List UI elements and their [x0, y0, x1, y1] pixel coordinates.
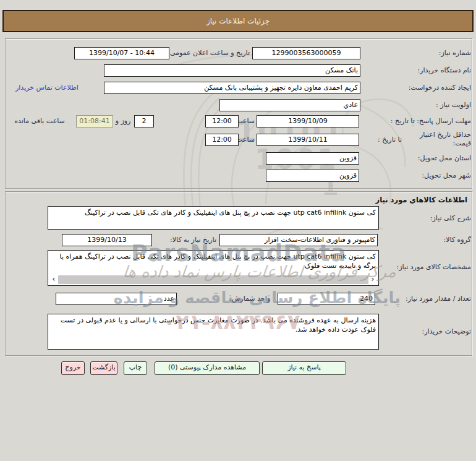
page-title-bar: جزئیات اطلاعات نیاز — [2, 10, 474, 32]
price-validity-time-field[interactable]: 12:00 — [205, 134, 239, 146]
exit-button[interactable]: خروج — [61, 361, 85, 375]
response-deadline-label: مهلت ارسال پاسخ: تا تاریخ : — [391, 117, 471, 125]
goods-group-label: گروه کالا: — [444, 236, 471, 244]
quantity-label: تعداد / مقدار مورد نیاز: — [406, 295, 471, 303]
specs-text: کی ستون utp cat6 infilink جهت نصب در پچ … — [51, 252, 376, 272]
price-validity-date-field[interactable]: 1399/10/11 — [257, 134, 359, 146]
print-button[interactable]: چاپ — [124, 361, 147, 375]
request-creator-field[interactable]: کریم احمدی معاون دایره تجهیز و پشتیبانی … — [104, 82, 360, 94]
specs-textarea[interactable]: کی ستون utp cat6 infilink جهت نصب در پچ … — [48, 250, 379, 286]
need-info-frame — [5, 38, 472, 189]
delivery-province-field[interactable]: قزوین — [266, 152, 359, 165]
need-date-label: تاریخ نیاز به کالا: — [170, 236, 216, 244]
unit-field[interactable]: عدد — [56, 293, 177, 305]
scrollbar-thumb[interactable] — [58, 275, 368, 284]
countdown-timer: 01:08:41 — [76, 115, 113, 127]
buyer-contact-link[interactable]: اطلاعات تماس خریدار — [15, 84, 79, 92]
need-number-label: شماره نیاز: — [439, 49, 471, 57]
price-validity-hour-label: ساعت — [236, 136, 255, 144]
respond-to-need-button[interactable]: پاسخ به نیاز — [262, 361, 346, 375]
goods-section-title: اطلاعات کالاهاي مورد نیاز — [376, 196, 467, 204]
delivery-city-field[interactable]: قزوین — [266, 170, 359, 182]
need-date-field[interactable]: 1399/10/13 — [62, 234, 152, 246]
scroll-left-icon[interactable]: ‹ — [49, 275, 58, 284]
remaining-days-label: روز و — [113, 117, 133, 125]
need-details-page: 10101 1001 1 جزئیات اطلاعات نیاز شماره ن… — [0, 0, 476, 461]
response-deadline-date-field[interactable]: 1399/10/09 — [257, 115, 359, 127]
price-validity-until-label: تا تاریخ : — [378, 136, 402, 144]
quantity-field[interactable]: 240 — [278, 293, 375, 305]
delivery-province-label: استان محل تحویل: — [418, 154, 471, 162]
buyer-org-field[interactable]: بانک مسکن — [104, 64, 360, 77]
response-deadline-time-field[interactable]: 12:00 — [205, 115, 239, 127]
view-attachments-button[interactable]: مشاهده مدارک پیوستی (0) — [155, 361, 260, 375]
specs-horizontal-scrollbar[interactable]: ‹ › — [49, 275, 377, 284]
need-number-field[interactable]: 1299003563000059 — [252, 47, 360, 59]
delivery-city-label: شهر محل تحویل: — [422, 171, 471, 179]
price-validity-label: حداقل تاریخ اعتبار قیمت: — [404, 131, 471, 148]
response-deadline-hour-label: ساعت — [236, 117, 255, 125]
buyer-org-label: نام دستگاه خریدار: — [417, 66, 471, 74]
specs-label: مشخصات کالای مورد نیاز: — [396, 263, 471, 271]
unit-label: واحد شمارش: — [229, 295, 270, 303]
back-button[interactable]: بازگشت — [90, 361, 117, 375]
buyer-notes-textarea[interactable]: هزینه ارسال به عهده فروشنده می باشد. در … — [48, 314, 379, 350]
priority-field[interactable]: عادي — [219, 99, 360, 111]
buyer-notes-label: توضیحات خریدار: — [422, 327, 472, 335]
remaining-days-field[interactable]: 2 — [134, 115, 154, 127]
announce-datetime-field[interactable]: 1399/10/07 - 10:44 — [74, 47, 169, 59]
general-desc-label: شرح کلی نیاز: — [430, 214, 471, 222]
announce-datetime-label: تاریخ و ساعت اعلان عمومی: — [168, 49, 250, 57]
remaining-hours-label: ساعت باقی مانده — [5, 117, 74, 125]
goods-group-field[interactable]: کامپیوتر و فناوری اطلاعات-سخت افزار — [219, 234, 378, 246]
priority-label: اولویت نیاز : — [436, 101, 471, 109]
request-creator-label: ایجاد کننده درخواست: — [409, 84, 471, 92]
general-desc-textarea[interactable]: کی ستون utp cat6 infilink جهت نصب در پچ … — [48, 206, 379, 230]
page-title: جزئیات اطلاعات نیاز — [206, 17, 270, 25]
scroll-right-icon[interactable]: › — [368, 275, 377, 284]
